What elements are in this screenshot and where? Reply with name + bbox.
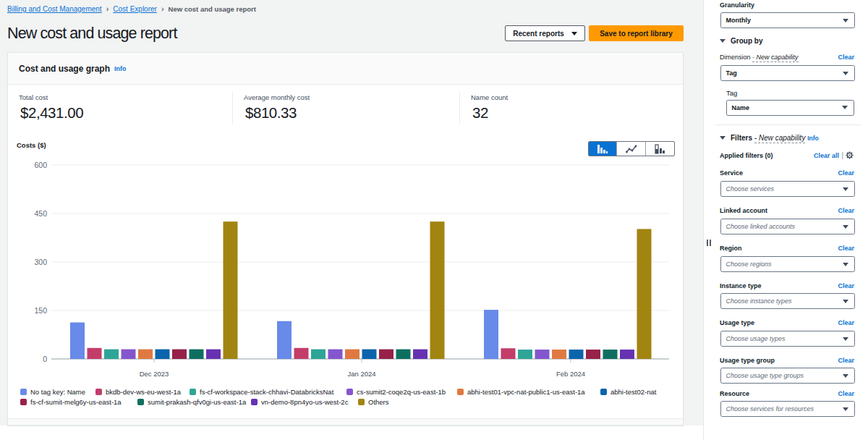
svg-text:0: 0	[43, 355, 47, 363]
svg-text:Dec 2023: Dec 2023	[140, 370, 169, 378]
svg-text:600: 600	[34, 161, 47, 169]
svg-text:Feb 2024: Feb 2024	[556, 370, 585, 378]
svg-text:300: 300	[34, 258, 47, 266]
svg-text:150: 150	[34, 306, 47, 315]
svg-text:450: 450	[34, 209, 47, 218]
svg-text:Jan 2024: Jan 2024	[347, 370, 375, 378]
